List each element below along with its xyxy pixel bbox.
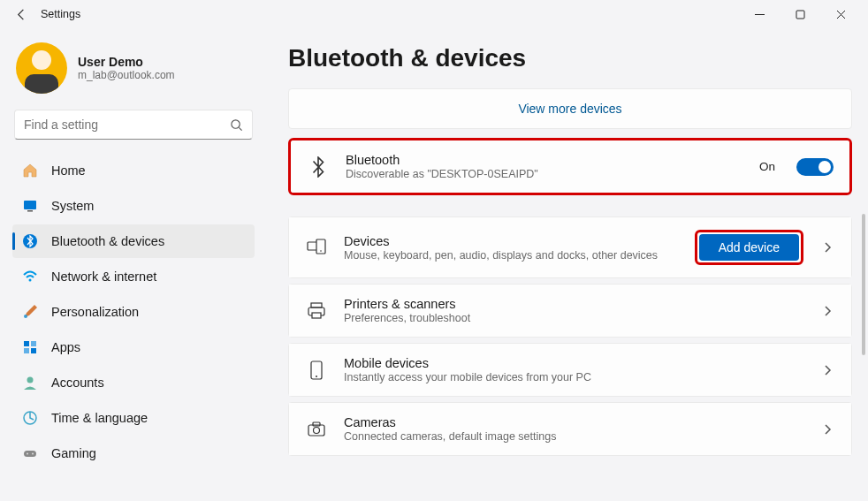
printers-row[interactable]: Printers & scanners Preferences, trouble… [288,284,852,338]
home-icon [21,162,39,179]
mobile-subtitle: Instantly access your mobile devices fro… [344,371,803,383]
wifi-icon [21,268,39,285]
devices-row[interactable]: Devices Mouse, keyboard, pen, audio, dis… [288,216,852,278]
bluetooth-toggle[interactable] [796,158,834,176]
svg-rect-23 [312,313,321,318]
cameras-title: Cameras [344,415,803,429]
settings-window: Settings User Demo m_lab@outlook.com Hom… [0,0,868,501]
scrollbar[interactable] [862,214,865,355]
devices-subtitle: Mouse, keyboard, pen, audio, displays an… [344,249,679,262]
cameras-subtitle: Connected cameras, default image setting… [344,430,803,443]
search-input[interactable] [24,118,230,132]
svg-point-28 [314,427,320,433]
svg-point-8 [24,315,27,318]
printer-icon [305,302,328,320]
chevron-right-icon [819,305,835,317]
nav-accounts[interactable]: Accounts [12,366,255,399]
search-icon [230,118,243,132]
svg-rect-9 [24,341,29,346]
bluetooth-card-highlight: Bluetooth Discoverable as "DESKTOP-0SEAI… [288,138,852,195]
nav-label: Accounts [51,376,104,390]
person-icon [21,374,39,391]
nav-label: Time & language [51,411,148,425]
nav-label: Network & internet [51,269,156,284]
svg-point-25 [316,376,317,377]
devices-title: Devices [344,234,679,248]
nav-label: Home [51,163,86,178]
svg-point-17 [32,453,34,455]
svg-rect-4 [24,201,36,209]
svg-rect-1 [796,11,804,19]
svg-point-20 [320,250,322,252]
nav-network[interactable]: Network & internet [12,260,255,293]
nav-apps[interactable]: Apps [12,330,255,364]
printers-title: Printers & scanners [344,297,803,311]
bluetooth-icon [307,156,330,178]
nav-label: Gaming [51,446,96,460]
view-more-devices-link[interactable]: View more devices [288,88,852,129]
nav-label: Apps [51,340,80,354]
svg-rect-21 [311,303,322,307]
system-icon [21,197,39,215]
nav-label: Personalization [51,305,139,319]
svg-rect-11 [24,348,29,353]
nav-list: Home System Bluetooth & devices Network … [12,154,255,470]
minimize-button[interactable] [739,0,780,28]
avatar [16,42,67,94]
nav-gaming[interactable]: Gaming [12,436,255,470]
add-device-highlight: Add device [695,230,803,265]
chevron-right-icon [819,423,835,436]
mobile-title: Mobile devices [344,356,803,370]
view-more-label: View more devices [518,102,621,116]
svg-rect-10 [31,341,36,346]
cameras-row[interactable]: Cameras Connected cameras, default image… [288,402,852,456]
svg-rect-5 [27,210,33,212]
svg-point-13 [27,377,34,383]
nav-personalization[interactable]: Personalization [12,295,255,329]
nav-label: System [51,199,94,213]
gamepad-icon [21,444,39,462]
titlebar: Settings [0,0,868,28]
mobile-devices-row[interactable]: Mobile devices Instantly access your mob… [288,343,852,397]
svg-point-16 [27,453,28,455]
bluetooth-icon [21,232,39,250]
chevron-right-icon [819,241,835,254]
bluetooth-subtitle: Discoverable as "DESKTOP-0SEAIPD" [346,168,743,180]
camera-icon [305,421,328,437]
bluetooth-toggle-row[interactable]: Bluetooth Discoverable as "DESKTOP-0SEAI… [291,140,849,193]
devices-icon [305,239,328,256]
globe-clock-icon [21,409,39,427]
back-button[interactable] [7,0,35,28]
window-title: Settings [41,8,80,20]
svg-line-3 [239,127,241,130]
svg-rect-15 [24,451,36,457]
brush-icon [21,303,39,321]
nav-time-language[interactable]: Time & language [12,401,255,435]
bluetooth-title: Bluetooth [346,153,743,167]
close-button[interactable] [820,0,861,28]
svg-point-2 [232,119,240,127]
user-profile[interactable]: User Demo m_lab@outlook.com [12,37,255,106]
nav-label: Bluetooth & devices [51,234,164,248]
nav-system[interactable]: System [12,189,255,223]
chevron-right-icon [819,364,835,376]
printers-subtitle: Preferences, troubleshoot [344,312,803,324]
phone-icon [305,361,328,380]
apps-icon [21,338,39,356]
search-box[interactable] [14,110,253,140]
main-content: Bluetooth & devices View more devices Bl… [265,28,868,501]
svg-rect-26 [308,425,324,436]
nav-home[interactable]: Home [12,154,255,187]
user-name: User Demo [78,55,175,69]
toggle-state-label: On [759,160,775,173]
svg-point-7 [29,279,32,282]
user-email: m_lab@outlook.com [78,69,175,81]
maximize-button[interactable] [780,0,820,28]
svg-rect-12 [31,348,36,353]
add-device-button[interactable]: Add device [699,234,799,261]
nav-bluetooth-devices[interactable]: Bluetooth & devices [12,224,255,258]
sidebar: User Demo m_lab@outlook.com Home System … [0,28,265,501]
page-title: Bluetooth & devices [288,44,852,72]
